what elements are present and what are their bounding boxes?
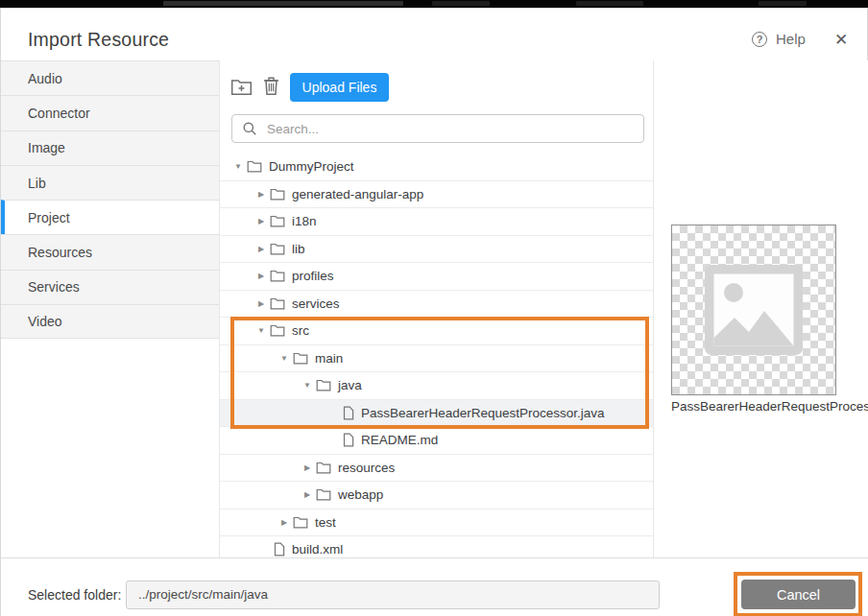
expand-arrow-icon[interactable]: ▶ xyxy=(301,490,314,499)
collapse-arrow-icon[interactable]: ▼ xyxy=(277,354,291,363)
tree-row-resources[interactable]: ▶resources xyxy=(220,455,654,483)
folder-icon xyxy=(316,488,331,501)
folder-icon xyxy=(270,270,285,282)
import-resource-dialog: Import Resource ? Help ✕ AudioConnectorI… xyxy=(0,8,868,616)
folder-icon xyxy=(293,352,308,365)
tree-row-label: src xyxy=(292,323,309,338)
preview-filename: PassBearerHeaderRequestProcess xyxy=(671,399,868,414)
folder-icon xyxy=(270,324,285,337)
tree-row-lib[interactable]: ▶lib xyxy=(220,236,654,264)
tree-row-readme-md[interactable]: README.md xyxy=(220,427,654,455)
image-placeholder-icon xyxy=(705,265,803,355)
background-text-remnant xyxy=(759,1,807,6)
folder-icon xyxy=(270,297,285,310)
sidebar-item-label: Services xyxy=(28,279,80,295)
sidebar-item-image[interactable]: Image xyxy=(1,130,219,165)
background-text-remnant xyxy=(576,1,643,6)
dialog-title: Import Resource xyxy=(28,29,169,51)
new-folder-button[interactable] xyxy=(230,78,253,96)
file-tree: ▼DummyProject▶generated-angular-app▶i18n… xyxy=(220,154,654,564)
tree-row-label: lib xyxy=(292,242,305,256)
sidebar-item-label: Video xyxy=(28,314,62,329)
folder-icon xyxy=(316,379,331,391)
tree-row-label: generated-angular-app xyxy=(292,187,423,201)
expand-arrow-icon[interactable]: ▶ xyxy=(254,272,268,280)
sidebar-item-label: Resources xyxy=(28,245,92,260)
expand-arrow-icon[interactable]: ▶ xyxy=(277,518,291,527)
tree-row-label: test xyxy=(315,515,336,530)
sidebar-item-project[interactable]: Project xyxy=(1,200,219,234)
preview-thumbnail xyxy=(671,225,836,395)
sidebar-item-video[interactable]: Video xyxy=(1,304,219,339)
file-icon xyxy=(343,433,354,447)
trash-icon xyxy=(263,76,279,96)
folder-icon xyxy=(270,243,285,255)
background-text-remnant xyxy=(163,1,403,6)
tree-row-generated-angular-app[interactable]: ▶generated-angular-app xyxy=(220,181,654,209)
tree-row-profiles[interactable]: ▶profiles xyxy=(220,263,654,291)
tree-row-main[interactable]: ▼main xyxy=(220,345,654,373)
close-icon[interactable]: ✕ xyxy=(831,28,852,52)
tree-row-test[interactable]: ▶test xyxy=(220,509,654,537)
tree-row-label: DummyProject xyxy=(269,159,354,174)
tree-row-label: PassBearerHeaderRequestProcessor.java xyxy=(361,406,605,420)
background-app-strip xyxy=(0,0,868,8)
help-label: Help xyxy=(776,31,806,47)
collapse-arrow-icon[interactable]: ▼ xyxy=(301,381,314,390)
search-icon xyxy=(242,121,257,136)
sidebar-item-audio[interactable]: Audio xyxy=(1,60,219,95)
delete-button[interactable] xyxy=(263,76,279,96)
expand-arrow-icon[interactable]: ▶ xyxy=(254,190,268,199)
tree-row-label: i18n xyxy=(292,214,317,228)
tree-row-java[interactable]: ▼java xyxy=(220,372,654,400)
upload-files-button[interactable]: Upload Files xyxy=(290,73,389,102)
sidebar-item-resources[interactable]: Resources xyxy=(1,234,219,269)
selected-folder-label: Selected folder: xyxy=(28,587,121,603)
tree-row-label: README.md xyxy=(361,433,438,447)
tree-row-services[interactable]: ▶services xyxy=(220,291,654,319)
folder-icon xyxy=(270,188,285,201)
folder-icon xyxy=(247,160,262,173)
sidebar-item-services[interactable]: Services xyxy=(1,270,219,304)
collapse-arrow-icon[interactable]: ▼ xyxy=(254,326,268,335)
tree-row-label: java xyxy=(338,378,362,392)
sidebar-item-label: Image xyxy=(28,140,65,155)
tree-row-label: main xyxy=(315,351,343,366)
tree-row-passbearerheaderrequestprocessor-java[interactable]: PassBearerHeaderRequestProcessor.java xyxy=(220,400,654,428)
sidebar-item-label: Lib xyxy=(28,176,46,191)
file-icon xyxy=(274,542,285,557)
question-circle-icon: ? xyxy=(752,32,767,47)
collapse-arrow-icon[interactable]: ▼ xyxy=(231,162,245,171)
sidebar-item-lib[interactable]: Lib xyxy=(1,165,219,200)
sidebar-item-label: Audio xyxy=(28,71,62,86)
folder-icon xyxy=(293,516,308,529)
folder-icon xyxy=(270,215,285,227)
folder-plus-icon xyxy=(230,78,253,96)
expand-arrow-icon[interactable]: ▶ xyxy=(254,217,268,225)
tree-row-label: build.xml xyxy=(292,542,343,557)
help-button[interactable]: ? Help xyxy=(752,31,806,47)
category-sidebar: AudioConnectorImageLibProjectResourcesSe… xyxy=(1,60,220,557)
tree-row-label: profiles xyxy=(292,269,334,283)
tree-row-label: webapp xyxy=(338,487,383,502)
background-text-remnant xyxy=(432,1,490,6)
tree-row-webapp[interactable]: ▶webapp xyxy=(220,482,654,509)
tree-row-label: resources xyxy=(338,461,395,475)
tree-row-dummyproject[interactable]: ▼DummyProject xyxy=(220,154,654,181)
tree-row-i18n[interactable]: ▶i18n xyxy=(220,208,654,236)
expand-arrow-icon[interactable]: ▶ xyxy=(254,245,268,253)
sidebar-item-label: Connector xyxy=(28,106,90,121)
sidebar-item-connector[interactable]: Connector xyxy=(1,95,219,130)
search-box xyxy=(231,114,644,143)
selected-folder-path: ../project/src/main/java xyxy=(126,580,660,609)
file-icon xyxy=(343,406,354,420)
cancel-button[interactable]: Cancel xyxy=(741,580,856,609)
expand-arrow-icon[interactable]: ▶ xyxy=(301,463,314,472)
expand-arrow-icon[interactable]: ▶ xyxy=(254,299,268,308)
sidebar-item-label: Project xyxy=(28,210,70,225)
tree-row-label: services xyxy=(292,296,340,311)
folder-icon xyxy=(316,462,331,474)
tree-row-src[interactable]: ▼src xyxy=(220,318,654,345)
search-input[interactable] xyxy=(265,121,643,137)
